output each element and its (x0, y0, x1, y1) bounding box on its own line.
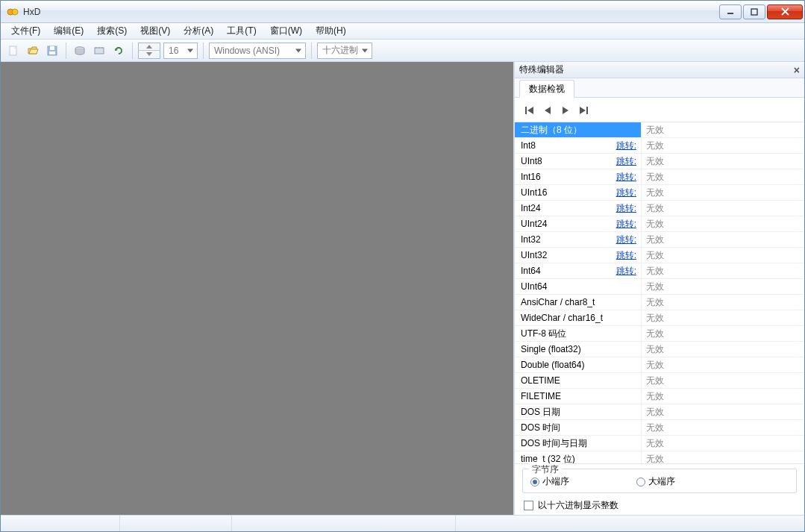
value-cell: 无效 (642, 202, 804, 215)
close-button[interactable] (767, 4, 803, 19)
value-cell: 无效 (642, 453, 804, 465)
step-down-icon[interactable] (139, 51, 160, 58)
panel-header: 特殊编辑器 × (515, 62, 804, 78)
jump-link[interactable]: 跳转: (616, 234, 636, 246)
type-cell: AnsiChar / char8_t (515, 295, 642, 310)
byte-order-legend: 字节序 (529, 463, 562, 476)
hex-editor-area[interactable] (1, 62, 514, 515)
titlebar: HxD (1, 1, 804, 23)
inspector-row[interactable]: UInt8跳转:无效 (515, 154, 804, 169)
open-ram-button[interactable] (91, 43, 107, 59)
inspector-row[interactable]: UInt16跳转:无效 (515, 185, 804, 201)
inspector-row[interactable]: WideChar / char16_t无效 (515, 310, 804, 326)
type-name: Double (float64) (521, 360, 584, 370)
next-button[interactable] (558, 104, 573, 117)
type-cell: Int32跳转: (515, 232, 642, 247)
panel-title: 特殊编辑器 (519, 63, 564, 76)
inspector-row[interactable]: Int24跳转:无效 (515, 201, 804, 216)
open-file-button[interactable] (25, 43, 41, 59)
radio-big-endian[interactable]: 大端序 (636, 475, 675, 488)
prev-button[interactable] (540, 104, 555, 117)
inspector-row[interactable]: Int64跳转:无效 (515, 263, 804, 279)
value-cell: 无效 (642, 249, 804, 262)
first-button[interactable] (522, 104, 537, 117)
svg-rect-6 (10, 46, 16, 55)
value-cell: 无效 (642, 265, 804, 278)
maximize-button[interactable] (743, 4, 765, 19)
menu-window[interactable]: 窗口(W) (264, 23, 308, 39)
jump-link[interactable]: 跳转: (616, 249, 636, 262)
inspector-row[interactable]: Single (float32)无效 (515, 342, 804, 357)
jump-link[interactable]: 跳转: (616, 187, 636, 199)
inspector-row[interactable]: time_t (32 位)无效 (515, 451, 804, 464)
type-cell: UTF-8 码位 (515, 326, 642, 341)
byte-order-group: 字节序 小端序 大端序 (522, 469, 797, 493)
jump-link[interactable]: 跳转: (616, 218, 636, 231)
radio-little-endian[interactable]: 小端序 (530, 475, 569, 488)
type-cell: UInt24跳转: (515, 216, 642, 231)
type-cell: Double (float64) (515, 357, 642, 372)
svg-line-5 (782, 8, 789, 15)
type-cell: Int64跳转: (515, 263, 642, 278)
data-inspector-table[interactable]: 二进制（8 位）无效Int8跳转:无效UInt8跳转:无效Int16跳转:无效U… (515, 122, 804, 464)
type-name: WideChar / char16_t (521, 313, 603, 323)
svg-rect-3 (751, 9, 757, 15)
inspector-row[interactable]: Int8跳转:无效 (515, 138, 804, 154)
jump-link[interactable]: 跳转: (616, 265, 636, 278)
inspector-row[interactable]: UInt32跳转:无效 (515, 248, 804, 263)
inspector-nav (515, 98, 804, 122)
bytes-per-row-select[interactable]: 16 (163, 43, 198, 59)
value-cell: 无效 (642, 187, 804, 199)
menu-help[interactable]: 帮助(H) (310, 23, 352, 39)
jump-link[interactable]: 跳转: (616, 155, 636, 168)
last-button[interactable] (576, 104, 591, 117)
value-cell: 无效 (642, 422, 804, 434)
value-cell: 无效 (642, 281, 804, 293)
special-editor-panel: 特殊编辑器 × 数据检视 二进制（8 位）无效Int8跳转:无效UInt8跳转:… (514, 62, 804, 515)
open-disk-button[interactable] (72, 43, 88, 59)
minimize-button[interactable] (719, 4, 742, 19)
inspector-row[interactable]: FILETIME无效 (515, 389, 804, 404)
menu-edit[interactable]: 编辑(E) (48, 23, 90, 39)
menu-analysis[interactable]: 分析(A) (178, 23, 219, 39)
save-button[interactable] (44, 43, 60, 59)
inspector-row[interactable]: UInt64无效 (515, 279, 804, 295)
menu-search[interactable]: 搜索(S) (91, 23, 133, 39)
step-up-icon[interactable] (139, 43, 160, 51)
jump-link[interactable]: 跳转: (616, 171, 636, 184)
hex-display-checkbox[interactable]: 以十六进制显示整数 (522, 498, 797, 512)
type-cell: UInt8跳转: (515, 154, 642, 169)
type-name: Int32 (521, 234, 541, 245)
encoding-select[interactable]: Windows (ANSI) (209, 43, 306, 59)
menubar: 文件(F) 编辑(E) 搜索(S) 视图(V) 分析(A) 工具(T) 窗口(W… (1, 23, 804, 40)
type-name: Int24 (521, 203, 541, 213)
inspector-row[interactable]: OLETIME无效 (515, 373, 804, 389)
inspector-row[interactable]: UTF-8 码位无效 (515, 326, 804, 342)
jump-link[interactable]: 跳转: (616, 202, 636, 215)
inspector-row[interactable]: DOS 时间与日期无效 (515, 436, 804, 451)
type-cell: Int24跳转: (515, 201, 642, 216)
menu-view[interactable]: 视图(V) (134, 23, 176, 39)
menu-file[interactable]: 文件(F) (5, 23, 46, 39)
panel-close-button[interactable]: × (794, 64, 800, 76)
inspector-row[interactable]: AnsiChar / char8_t无效 (515, 295, 804, 310)
jump-link[interactable]: 跳转: (616, 140, 636, 152)
inspector-row[interactable]: DOS 日期无效 (515, 404, 804, 420)
bytes-stepper[interactable] (138, 43, 160, 59)
new-file-button[interactable] (5, 43, 22, 59)
inspector-row[interactable]: UInt24跳转:无效 (515, 216, 804, 232)
inspector-row[interactable]: Int16跳转:无效 (515, 169, 804, 185)
tab-data-inspector[interactable]: 数据检视 (519, 80, 574, 98)
number-base-select[interactable]: 十六进制 (317, 43, 372, 59)
inspector-row[interactable]: 二进制（8 位）无效 (515, 122, 804, 138)
type-cell: Single (float32) (515, 342, 642, 357)
menu-tools[interactable]: 工具(T) (221, 23, 262, 39)
refresh-button[interactable] (110, 43, 127, 59)
inspector-row[interactable]: Double (float64)无效 (515, 357, 804, 373)
type-cell: DOS 日期 (515, 404, 642, 419)
value-cell: 无效 (642, 437, 804, 450)
type-name: Int8 (521, 140, 536, 151)
inspector-row[interactable]: Int32跳转:无效 (515, 232, 804, 248)
statusbar (1, 515, 804, 531)
inspector-row[interactable]: DOS 时间无效 (515, 420, 804, 436)
